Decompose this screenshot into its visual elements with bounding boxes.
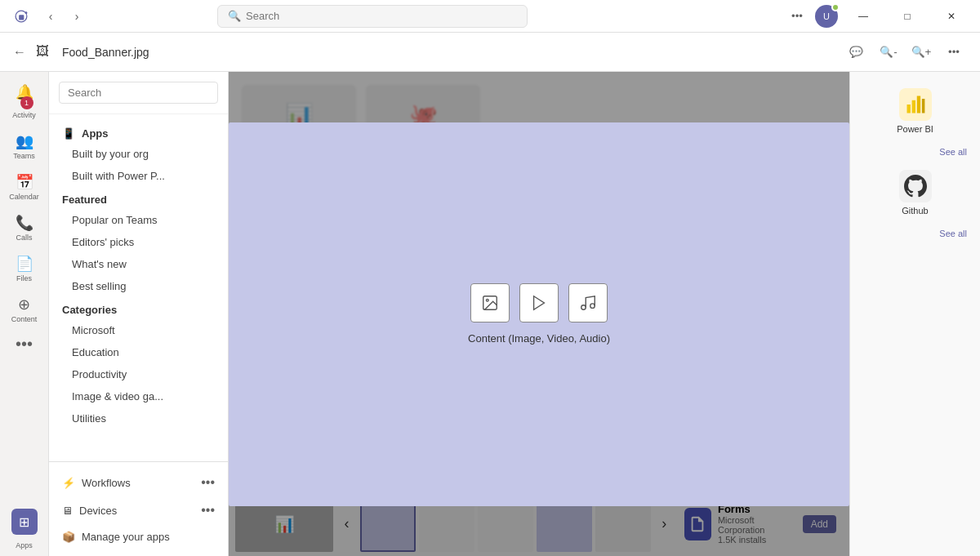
featured-section-label: Featured [49, 187, 228, 209]
workflows-more-icon[interactable]: ••• [201, 475, 215, 490]
main-layout: 🔔 1 Activity 👥 Teams 📅 Calendar 📞 Calls … [0, 72, 980, 556]
back-button[interactable]: ‹ [39, 5, 62, 28]
sidebar-item-content[interactable]: ⊕ Content [5, 291, 44, 328]
sidebar-content: 📱 Apps Built by your org Built with Powe… [49, 114, 228, 461]
sidebar-search-input[interactable] [59, 82, 218, 104]
maximize-button[interactable]: □ [889, 0, 926, 33]
file-name: Food_Banner.jpg [62, 46, 149, 59]
manage-apps-icon: 📦 [62, 531, 75, 543]
avatar[interactable]: U [815, 5, 838, 28]
audio-type-icon [568, 283, 608, 322]
see-all-2[interactable]: See all [857, 229, 973, 238]
svg-rect-8 [921, 99, 924, 113]
more-options-button[interactable]: ••• [786, 5, 808, 28]
sidebar-item-calls[interactable]: 📞 Calls [5, 209, 44, 247]
apps-label: Apps [16, 541, 33, 549]
sidebar-apps-icon[interactable]: ⊞ [11, 509, 38, 535]
powerbi-icon [899, 88, 932, 121]
nav-buttons: ‹ › [39, 5, 88, 28]
sidebar-search-area [49, 72, 228, 114]
activity-badge: 1 [20, 96, 33, 109]
svg-rect-6 [911, 100, 915, 113]
sidebar-item-built-with-power[interactable]: Built with Power P... [49, 165, 228, 187]
content-area: 📊 Power BI 🐙 GitHub [229, 72, 849, 556]
devices-item[interactable]: 🖥 Devices ••• [49, 496, 228, 524]
image-type-icon [470, 283, 510, 322]
viewer-icons-row [470, 283, 608, 322]
powerbi-label: Power BI [897, 124, 933, 134]
search-input[interactable] [246, 10, 517, 22]
sidebar-item-built-by-org[interactable]: Built by your org [49, 143, 228, 165]
image-viewer-overlay: Content (Image, Video, Audio) [229, 72, 849, 556]
sidebar-item-productivity[interactable]: Productivity [49, 363, 228, 385]
viewer-caption: Content (Image, Video, Audio) [468, 332, 610, 345]
teams-logo [10, 5, 33, 28]
sidebar-item-utilities[interactable]: Utilities [49, 407, 228, 429]
sidebar-item-activity[interactable]: 🔔 1 Activity [5, 78, 44, 124]
sidebar-item-calendar[interactable]: 📅 Calendar [5, 168, 44, 206]
sub-header: ← 🖼 Food_Banner.jpg 💬 🔍- 🔍+ ••• [0, 33, 980, 72]
sidebar-item-image-video[interactable]: Image & video ga... [49, 385, 228, 407]
sidebar-item-files[interactable]: 📄 Files [5, 250, 44, 287]
zoom-in-button[interactable]: 🔍+ [908, 39, 934, 65]
forward-button[interactable]: › [65, 5, 88, 28]
workflows-icon: ⚡ [62, 477, 75, 489]
svg-point-1 [486, 299, 488, 301]
title-bar-right: ••• U — □ ✕ [786, 0, 970, 33]
devices-more-icon[interactable]: ••• [201, 503, 215, 518]
search-icon: 🔍 [228, 10, 241, 22]
close-button[interactable]: ✕ [933, 0, 970, 33]
more-apps-button[interactable]: ••• [16, 335, 33, 354]
powerbi-app-card[interactable]: Power BI [857, 82, 973, 140]
sidebar-bottom: ⚡ Workflows ••• 🖥 Devices ••• 📦 Manage y… [49, 461, 228, 556]
file-actions: 💬 🔍- 🔍+ ••• [843, 39, 967, 65]
github-label: Github [902, 206, 928, 216]
file-more-button[interactable]: ••• [941, 39, 967, 65]
sidebar-item-editors-picks[interactable]: Editors' picks [49, 231, 228, 253]
github-app-card[interactable]: Github [857, 163, 973, 222]
devices-label: Devices [79, 505, 117, 517]
workflows-label: Workflows [82, 477, 131, 489]
comment-button[interactable]: 💬 [843, 39, 869, 65]
avatar-status-badge [831, 3, 840, 11]
svg-marker-2 [534, 296, 545, 310]
sidebar-item-whats-new[interactable]: What's new [49, 253, 228, 275]
svg-point-3 [581, 305, 586, 310]
title-bar: ‹ › 🔍 ••• U — □ ✕ [0, 0, 980, 33]
content-icon: ⊕ [18, 296, 30, 314]
calendar-icon: 📅 [16, 173, 33, 191]
file-back-button[interactable]: ← [13, 45, 26, 60]
see-all-1[interactable]: See all [857, 147, 973, 157]
file-type-icon: 🖼 [36, 44, 52, 60]
sidebar-item-education[interactable]: Education [49, 341, 228, 363]
svg-rect-7 [916, 96, 920, 113]
sidebar-item-best-selling[interactable]: Best selling [49, 275, 228, 297]
files-icon: 📄 [16, 255, 33, 273]
zoom-out-button[interactable]: 🔍- [875, 39, 902, 65]
github-icon [899, 170, 932, 202]
svg-point-4 [590, 304, 595, 309]
manage-apps-item[interactable]: 📦 Manage your apps [49, 524, 228, 549]
app-sidebar: 📱 Apps Built by your org Built with Powe… [49, 72, 229, 556]
sidebar-item-teams[interactable]: 👥 Teams [5, 127, 44, 165]
svg-rect-5 [906, 105, 910, 113]
categories-section-label: Categories [49, 297, 228, 319]
apps-header-label: Apps [82, 127, 109, 140]
right-panel: Power BI See all Github See all [849, 72, 980, 556]
teams-icon: 👥 [16, 132, 33, 150]
devices-icon: 🖥 [62, 505, 73, 517]
search-bar[interactable]: 🔍 [217, 5, 528, 28]
sidebar-item-popular[interactable]: Popular on Teams [49, 209, 228, 231]
image-viewer-box: Content (Image, Video, Audio) [229, 122, 849, 506]
minimize-button[interactable]: — [844, 0, 882, 33]
apps-header-icon: 📱 [62, 127, 75, 140]
apps-section-header[interactable]: 📱 Apps [49, 121, 228, 143]
calls-icon: 📞 [16, 214, 33, 232]
teams-sidebar: 🔔 1 Activity 👥 Teams 📅 Calendar 📞 Calls … [0, 72, 49, 556]
video-type-icon [519, 283, 559, 322]
sidebar-item-microsoft[interactable]: Microsoft [49, 319, 228, 341]
workflows-item[interactable]: ⚡ Workflows ••• [49, 469, 228, 496]
manage-apps-label: Manage your apps [82, 531, 170, 543]
